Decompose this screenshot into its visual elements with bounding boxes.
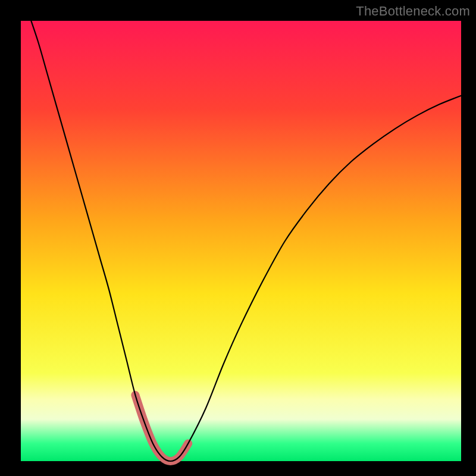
chart-canvas [0,0,476,476]
plot-background [21,21,461,461]
chart-frame: TheBottleneck.com [0,0,476,476]
watermark-text: TheBottleneck.com [356,4,470,19]
